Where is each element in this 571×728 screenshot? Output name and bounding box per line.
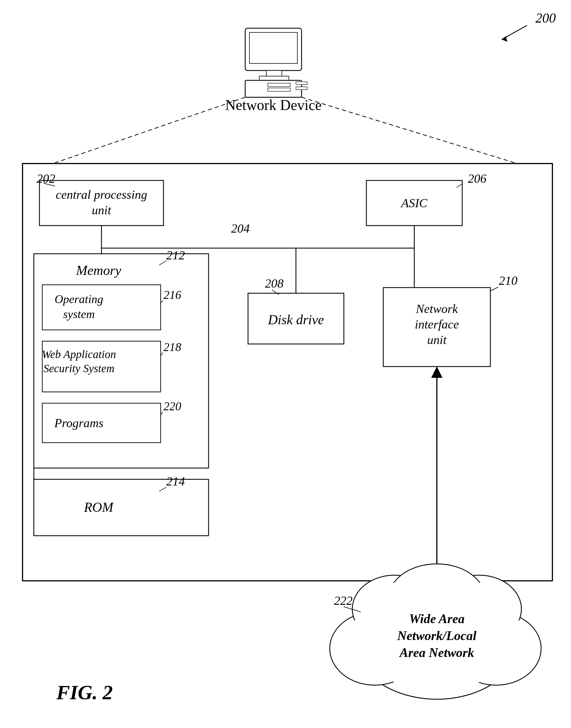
niu-label-line2: interface xyxy=(415,317,459,331)
diagram-container: FIG. 2 200 Network Device central proces… xyxy=(0,0,571,728)
rom-label: ROM xyxy=(84,500,114,515)
svg-line-11 xyxy=(37,97,245,169)
niu-label-line1: Network xyxy=(416,302,458,316)
wan-label-line1: Wide Area xyxy=(409,612,464,626)
cpu-ref: 202 xyxy=(37,172,55,186)
asic-ref: 206 xyxy=(468,172,486,186)
svg-rect-14 xyxy=(39,181,163,226)
wass-label-line2: Security System xyxy=(43,362,114,375)
memory-label: Memory xyxy=(76,263,121,278)
ref-200: 200 xyxy=(536,10,556,25)
figure-label: FIG. 2 xyxy=(56,681,113,704)
cpu-label-line1: central processing xyxy=(56,188,147,202)
svg-line-12 xyxy=(302,97,536,169)
svg-rect-10 xyxy=(296,87,307,90)
svg-rect-3 xyxy=(249,32,297,64)
niu-ref: 210 xyxy=(499,274,518,288)
wass-ref: 218 xyxy=(163,341,181,353)
asic-label: ASIC xyxy=(401,196,428,210)
memory-ref: 212 xyxy=(166,248,185,262)
svg-rect-8 xyxy=(268,88,290,91)
os-ref: 216 xyxy=(163,289,181,301)
disk-drive-ref: 208 xyxy=(265,277,283,290)
programs-ref: 220 xyxy=(163,400,181,413)
wan-label-line3: Area Network xyxy=(399,645,474,660)
programs-label: Programs xyxy=(54,416,103,430)
disk-drive-label: Disk drive xyxy=(268,312,324,327)
wan-ref: 222 xyxy=(334,594,353,608)
svg-rect-24 xyxy=(42,285,161,330)
rom-ref: 214 xyxy=(166,475,185,488)
wan-label-line2: Network/Local xyxy=(397,628,476,643)
wass-label-line1: Web Application xyxy=(42,348,116,360)
os-label-line2: system xyxy=(63,308,95,321)
cpu-label-line2: unit xyxy=(92,203,112,217)
niu-label-line3: unit xyxy=(427,333,447,347)
svg-rect-9 xyxy=(296,82,307,85)
network-device-label: Network Device xyxy=(225,97,322,113)
svg-rect-7 xyxy=(268,83,290,87)
svg-rect-5 xyxy=(259,76,289,80)
os-label-line1: Operating xyxy=(55,293,103,306)
bus-ref: 204 xyxy=(231,222,250,235)
